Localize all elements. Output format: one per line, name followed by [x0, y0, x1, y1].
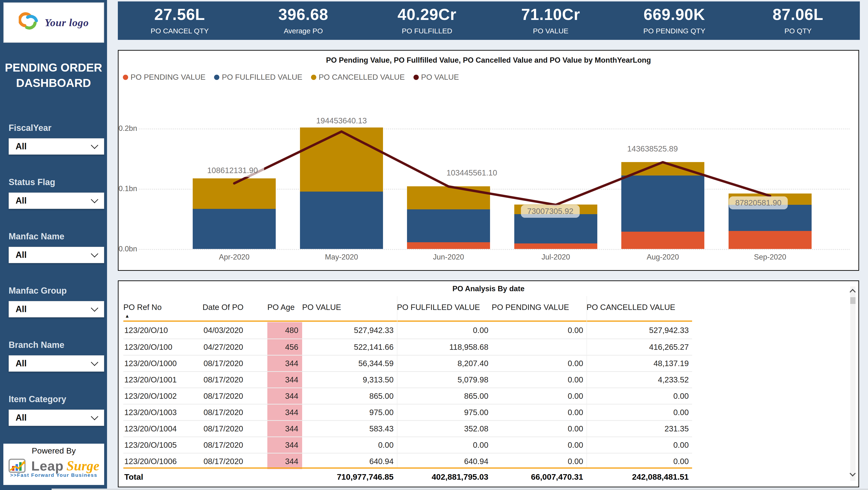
cell-po-fulfilled-value: 352.08 [397, 424, 492, 433]
cell-po-age: 344 [267, 421, 302, 436]
bar-segment-po-fulfilled-value-jul-2020[interactable] [514, 214, 597, 243]
bar-segment-po-fulfilled-value-may-2020[interactable] [300, 191, 383, 249]
cell-po-pending-value: 0.00 [492, 457, 587, 466]
table-row[interactable]: 123/20/O/100408/17/2020344583.43352.080.… [123, 420, 692, 436]
cell-date-of-po: 08/17/2020 [203, 440, 267, 450]
cell-po-value: 9,313.50 [302, 375, 397, 385]
kpi-value: 87.06L [736, 5, 860, 24]
cell-po-fulfilled-value: 975.00 [397, 408, 492, 417]
total-po-pending: 66,007,470.31 [492, 472, 587, 482]
scroll-up-icon[interactable] [849, 289, 856, 295]
kpi-label: Average PO [241, 27, 365, 35]
column-header-po-value[interactable]: PO VALUE [302, 296, 397, 312]
legend-item-po-value[interactable]: PO VALUE [413, 73, 459, 82]
filter-group-item-category: Item CategoryAll [9, 394, 104, 437]
cell-po-ref-no: 123/20/O/10 [123, 326, 203, 335]
kpi-value: 27.56L [118, 5, 241, 24]
cell-po-cancelled-value: 0.00 [587, 440, 692, 450]
bar-segment-po-cancelled-value-apr-2020[interactable] [193, 178, 276, 209]
logo-text: Your logo [44, 17, 89, 29]
cell-po-cancelled-value: 0.00 [587, 408, 692, 417]
table-row[interactable]: 123/20/O/1004/03/2020480527,942.330.000.… [123, 322, 692, 338]
bar-segment-po-fulfilled-value-aug-2020[interactable] [621, 176, 704, 232]
dropdown-item-category[interactable]: All [9, 409, 104, 426]
bar-segment-po-cancelled-value-jun-2020[interactable] [407, 186, 490, 209]
leapsurge-logo: LeapSurge [3, 458, 104, 474]
powered-by-label: Powered By [3, 446, 104, 455]
logo-swirl-icon [19, 11, 41, 34]
cell-po-fulfilled-value: 8,207.40 [397, 359, 492, 368]
x-axis-tick-apr-2020: Apr-2020 [193, 253, 276, 262]
table-scrollbar[interactable] [850, 286, 856, 481]
bar-segment-po-cancelled-value-may-2020[interactable] [300, 127, 383, 191]
kpi-label: PO VALUE [489, 27, 613, 35]
x-axis-tick-jun-2020: Jun-2020 [407, 253, 490, 262]
filter-label: Status Flag [9, 177, 104, 187]
cell-po-fulfilled-value: 640.94 [397, 457, 492, 466]
scroll-down-icon[interactable] [849, 470, 856, 476]
cell-po-age: 344 [267, 372, 302, 388]
cell-po-ref-no: 123/20/O/1004 [123, 424, 203, 433]
table-row[interactable]: 123/20/O/100308/17/2020344975.00975.000.… [123, 404, 692, 420]
gridline-0-0bn [139, 249, 850, 250]
legend-item-po-fulfilled-value[interactable]: PO FULFILLED VALUE [214, 73, 302, 82]
dropdown-manfac-group[interactable]: All [9, 301, 104, 317]
dropdown-branch-name[interactable]: All [9, 355, 104, 372]
table-row[interactable]: 123/20/O/100208/17/2020344865.00865.000.… [123, 388, 692, 404]
dropdown-status-flag[interactable]: All [9, 192, 104, 209]
chart-panel: PO Pending Value, PO Fullfilled Value, P… [118, 50, 859, 271]
column-header-po-cancelled-value[interactable]: PO CANCELLED VALUE [587, 296, 692, 312]
bar-segment-po-cancelled-value-aug-2020[interactable] [621, 162, 704, 176]
cell-date-of-po: 08/17/2020 [203, 457, 267, 466]
table-row[interactable]: 123/20/O/10004/27/2020456522,141.66118,9… [123, 338, 692, 355]
cell-po-age: 344 [267, 404, 302, 420]
cell-po-fulfilled-value: 118,958.68 [397, 343, 492, 352]
sort-ascending-icon: ▲ [125, 313, 130, 319]
data-label-jul-2020: 73007305.92 [521, 205, 580, 218]
chevron-down-icon [91, 196, 98, 203]
cell-date-of-po: 04/27/2020 [203, 343, 267, 352]
legend-label: PO CANCELLED VALUE [319, 73, 405, 82]
cell-po-ref-no: 123/20/O/1002 [123, 392, 203, 401]
cell-po-age: 480 [267, 322, 302, 338]
column-header-po-age[interactable]: PO Age [267, 296, 302, 312]
dropdown-fiscalyear[interactable]: All [9, 138, 104, 155]
column-header-po-fulfilled-value[interactable]: PO FULFILLED VALUE [397, 296, 492, 312]
kpi-value: 71.10Cr [489, 5, 613, 24]
cell-po-value: 865.00 [302, 392, 397, 401]
cell-date-of-po: 08/17/2020 [203, 408, 267, 417]
table-row[interactable]: 123/20/O/100108/17/20203449,313.505,079.… [123, 371, 692, 388]
bar-segment-po-pending-value-jul-2020[interactable] [514, 243, 597, 249]
table-row[interactable]: 123/20/O/100608/17/2020344640.94640.940.… [123, 453, 692, 469]
data-label-jun-2020: 103445561.10 [440, 166, 503, 179]
cell-po-value: 0.00 [302, 440, 397, 450]
table-row[interactable]: 123/20/O/100008/17/202034456,344.598,207… [123, 355, 692, 371]
bar-segment-po-pending-value-jun-2020[interactable] [407, 242, 490, 249]
column-header-date-of-po[interactable]: Date Of PO [203, 296, 267, 312]
cell-po-value: 640.94 [302, 457, 397, 466]
table-row[interactable]: 123/20/O/100508/17/20203440.000.000.000.… [123, 436, 692, 453]
horizontal-scrollbar-track[interactable] [52, 489, 868, 490]
legend-item-po-cancelled-value[interactable]: PO CANCELLED VALUE [311, 73, 405, 82]
scrollbar-thumb[interactable] [850, 297, 856, 304]
dropdown-manfac-name[interactable]: All [9, 247, 104, 263]
bar-segment-po-fulfilled-value-apr-2020[interactable] [193, 209, 276, 249]
legend-item-po-pending-value[interactable]: PO PENDING VALUE [123, 73, 206, 82]
bar-segment-po-pending-value-sep-2020[interactable] [728, 231, 812, 249]
cell-date-of-po: 08/17/2020 [203, 359, 267, 368]
bar-segment-po-fulfilled-value-jun-2020[interactable] [407, 209, 490, 242]
brand-tagline: >>Fast Forward Your Business [3, 472, 104, 478]
cell-po-fulfilled-value: 0.00 [397, 326, 492, 335]
chart-title: PO Pending Value, PO Fullfilled Value, P… [119, 56, 859, 65]
kpi-average-po: 396.68Average PO [241, 1, 365, 40]
cell-po-pending-value: 0.00 [492, 375, 587, 385]
legend-label: PO PENDING VALUE [130, 73, 206, 82]
filter-label: Manfac Group [9, 286, 104, 296]
bar-segment-po-pending-value-aug-2020[interactable] [621, 232, 704, 249]
cell-po-ref-no: 123/20/O/1005 [123, 440, 203, 450]
column-header-po-ref-no[interactable]: PO Ref No [123, 296, 203, 312]
filter-label: Branch Name [9, 340, 104, 350]
column-header-po-pending-value[interactable]: PO PENDING VALUE [492, 296, 587, 312]
x-axis-tick-aug-2020: Aug-2020 [621, 253, 704, 262]
dropdown-value: All [16, 413, 27, 423]
